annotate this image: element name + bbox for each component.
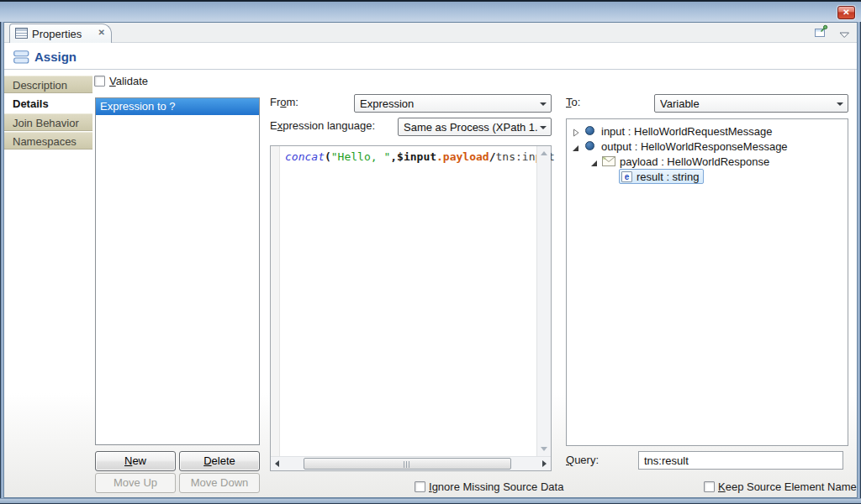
move-up-button[interactable]: Move Up bbox=[95, 473, 176, 493]
tree-item-label: output : HelloWorldResponseMessage bbox=[601, 140, 788, 153]
scroll-left-icon[interactable] bbox=[275, 460, 279, 467]
tree-item-output[interactable]: output : HelloWorldResponseMessage bbox=[567, 139, 848, 154]
ignore-missing-label: Ignore Missing Source Data bbox=[429, 480, 563, 493]
sidebar-item-namespaces[interactable]: Namespaces bbox=[4, 132, 92, 150]
to-dropdown-value: Variable bbox=[660, 97, 834, 110]
sidebar-item-join-behavior[interactable]: Join Behavior bbox=[4, 113, 92, 131]
variable-icon bbox=[585, 141, 594, 150]
variable-tree[interactable]: input : HelloWorldRequestMessage output … bbox=[566, 118, 848, 446]
expression-language-value: Same as Process (XPath 1.0 in bbox=[404, 121, 537, 134]
chevron-down-icon bbox=[837, 102, 843, 106]
editor-vertical-scrollbar[interactable] bbox=[536, 146, 551, 456]
properties-window: ✕ Properties ✕ bbox=[0, 0, 861, 504]
validate-label: Validate bbox=[109, 75, 148, 87]
properties-grid-icon bbox=[15, 28, 29, 43]
tree-item-result[interactable]: e result : string bbox=[567, 169, 848, 184]
expander-collapsed-icon[interactable] bbox=[573, 127, 580, 135]
delete-button[interactable]: Delete bbox=[179, 451, 260, 471]
view-menu-chevron-icon[interactable] bbox=[839, 27, 850, 42]
tree-item-label: payload : HelloWorldResponse bbox=[620, 155, 769, 168]
window-close-button[interactable]: ✕ bbox=[837, 6, 855, 19]
expander-expanded-icon[interactable] bbox=[572, 142, 579, 150]
list-item-expression-to[interactable]: Expression to ? bbox=[96, 98, 259, 115]
tree-item-payload[interactable]: payload : HelloWorldResponse bbox=[567, 154, 848, 169]
validate-checkbox[interactable] bbox=[94, 76, 105, 87]
window-border-right bbox=[858, 22, 861, 504]
to-dropdown[interactable]: Variable bbox=[654, 94, 848, 113]
tab-properties[interactable]: Properties ✕ bbox=[9, 24, 112, 43]
editor-horizontal-scrollbar[interactable] bbox=[271, 456, 551, 470]
expression-editor[interactable]: concat("Hello, ",$input.payload/tns:inpu… bbox=[270, 145, 552, 471]
to-label: To: bbox=[566, 96, 580, 108]
keep-source-label: Keep Source Element Name bbox=[718, 480, 857, 493]
thumb-grip bbox=[404, 461, 411, 468]
tab-properties-label: Properties bbox=[32, 28, 82, 40]
element-icon: e bbox=[621, 171, 632, 182]
sidebar-item-details[interactable]: Details bbox=[4, 95, 92, 113]
expression-code-line[interactable]: concat("Hello, ",$input.payload/tns:inpu… bbox=[285, 150, 555, 163]
expression-language-dropdown[interactable]: Same as Process (XPath 1.0 in bbox=[398, 118, 552, 136]
variable-icon bbox=[585, 126, 594, 135]
tree-selection[interactable]: e result : string bbox=[619, 169, 704, 184]
sidebar-item-description[interactable]: Description bbox=[4, 76, 92, 93]
tree-item-label: result : string bbox=[637, 171, 699, 183]
from-dropdown-value: Expression bbox=[360, 97, 537, 110]
query-label: Query: bbox=[566, 454, 599, 466]
from-label: From: bbox=[270, 96, 298, 108]
editor-gutter bbox=[271, 146, 280, 456]
from-dropdown[interactable]: Expression bbox=[354, 94, 552, 113]
scroll-up-icon[interactable] bbox=[541, 151, 547, 155]
header-separator bbox=[4, 69, 857, 70]
chevron-down-icon bbox=[540, 126, 547, 129]
scroll-down-icon[interactable] bbox=[541, 447, 547, 451]
new-button[interactable]: New bbox=[95, 451, 176, 471]
chevron-down-icon bbox=[540, 102, 547, 106]
view-tab-bar: Properties ✕ bbox=[4, 23, 857, 43]
pin-view-icon[interactable] bbox=[814, 24, 828, 42]
message-part-icon bbox=[602, 156, 615, 169]
expander-expanded-icon[interactable] bbox=[590, 157, 598, 165]
scrollbar-thumb[interactable] bbox=[304, 458, 511, 470]
keep-source-checkbox[interactable] bbox=[704, 481, 715, 492]
tab-close-icon[interactable]: ✕ bbox=[98, 28, 105, 37]
view-client-area: Properties ✕ bbox=[3, 22, 858, 498]
move-down-button[interactable]: Move Down bbox=[179, 473, 260, 493]
tree-item-input[interactable]: input : HelloWorldRequestMessage bbox=[567, 123, 848, 139]
window-titlebar[interactable] bbox=[0, 0, 861, 22]
query-input[interactable]: tns:result bbox=[638, 451, 843, 470]
scroll-right-icon[interactable] bbox=[542, 460, 547, 467]
expression-list[interactable]: Expression to ? bbox=[95, 97, 260, 445]
tree-item-label: input : HelloWorldRequestMessage bbox=[601, 125, 773, 138]
expression-language-label: Expression language: bbox=[270, 119, 375, 132]
page-title: Assign bbox=[34, 50, 77, 64]
ignore-missing-checkbox[interactable] bbox=[415, 481, 425, 492]
window-border-bottom bbox=[0, 498, 861, 504]
query-value: tns:result bbox=[644, 454, 689, 467]
assign-activity-icon bbox=[13, 50, 29, 67]
